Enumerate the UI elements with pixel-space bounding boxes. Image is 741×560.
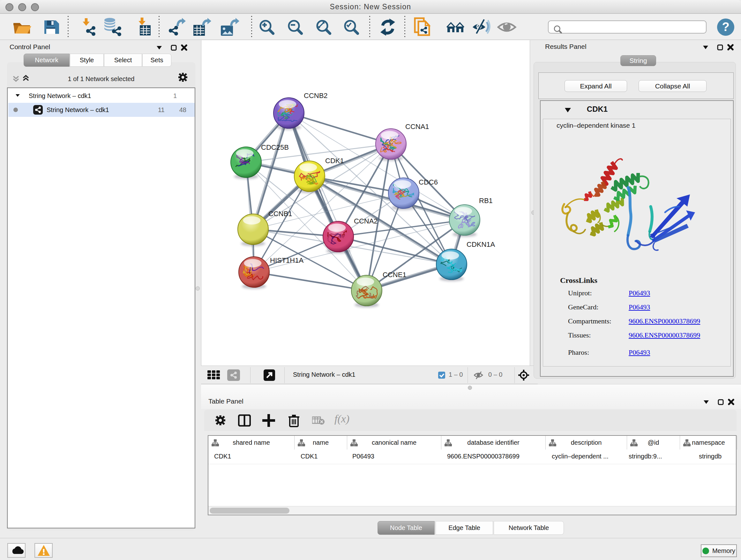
svg-text:CCNE1: CCNE1: [383, 271, 407, 279]
svg-text:CCNA2: CCNA2: [354, 217, 378, 225]
svg-text:CDKN1A: CDKN1A: [467, 240, 495, 248]
svg-text:HIST1H1A: HIST1H1A: [270, 256, 304, 264]
svg-text:CDC25B: CDC25B: [261, 143, 289, 151]
svg-text:CDC6: CDC6: [419, 178, 438, 186]
svg-text:?: ?: [722, 20, 729, 34]
svg-text:RB1: RB1: [479, 197, 493, 205]
svg-text:CCNB2: CCNB2: [304, 91, 328, 100]
svg-text:CDK1: CDK1: [325, 157, 344, 165]
svg-text:CCNA1: CCNA1: [405, 123, 429, 131]
svg-text:CCNB1: CCNB1: [268, 210, 292, 218]
